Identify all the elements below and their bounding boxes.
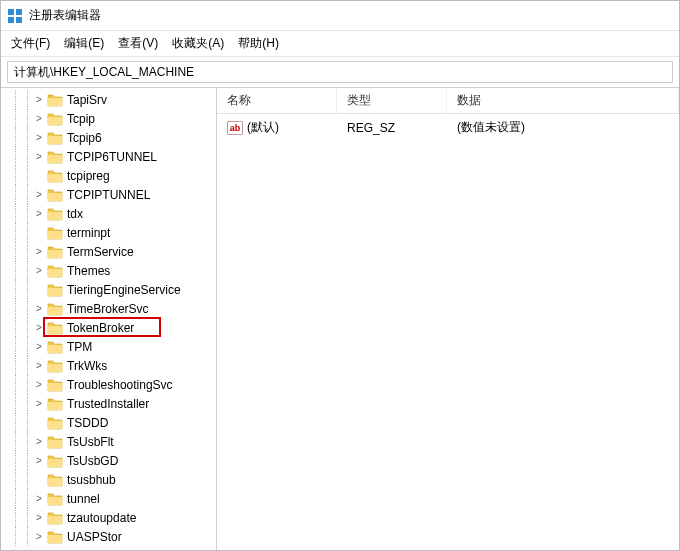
chevron-right-icon[interactable]: > xyxy=(33,132,45,143)
folder-icon xyxy=(47,359,63,373)
tree-item-label: TsUsbGD xyxy=(67,454,118,468)
column-name[interactable]: 名称 xyxy=(217,88,337,113)
column-data[interactable]: 数据 xyxy=(447,88,679,113)
folder-icon xyxy=(47,397,63,411)
folder-icon xyxy=(47,378,63,392)
menu-edit[interactable]: 编辑(E) xyxy=(64,35,104,52)
tree-item[interactable]: >TPM xyxy=(9,337,216,356)
menu-bar: 文件(F) 编辑(E) 查看(V) 收藏夹(A) 帮助(H) xyxy=(1,31,679,57)
folder-icon xyxy=(47,321,63,335)
menu-file[interactable]: 文件(F) xyxy=(11,35,50,52)
chevron-right-icon[interactable]: > xyxy=(33,265,45,276)
tree-item[interactable]: terminpt xyxy=(9,223,216,242)
tree-item[interactable]: >tunnel xyxy=(9,489,216,508)
regedit-app-icon xyxy=(7,8,23,24)
folder-icon xyxy=(47,93,63,107)
menu-help[interactable]: 帮助(H) xyxy=(238,35,279,52)
address-input[interactable] xyxy=(7,61,673,83)
chevron-right-icon[interactable]: > xyxy=(33,512,45,523)
tree-item[interactable]: >tzautoupdate xyxy=(9,508,216,527)
tree-item[interactable]: >TCPIPTUNNEL xyxy=(9,185,216,204)
value-name: (默认) xyxy=(247,119,279,136)
tree-item[interactable]: >TsUsbFlt xyxy=(9,432,216,451)
chevron-right-icon[interactable]: > xyxy=(33,151,45,162)
menu-favorites[interactable]: 收藏夹(A) xyxy=(172,35,224,52)
value-row[interactable]: ab(默认)REG_SZ(数值未设置) xyxy=(217,114,679,141)
chevron-right-icon[interactable]: > xyxy=(33,113,45,124)
tree-pane[interactable]: >TapiSrv>Tcpip>Tcpip6>TCPIP6TUNNELtcpipr… xyxy=(1,88,217,551)
tree-item-label: TieringEngineService xyxy=(67,283,181,297)
chevron-right-icon[interactable]: > xyxy=(33,360,45,371)
svg-rect-2 xyxy=(8,17,14,23)
tree-item-label: UASPStor xyxy=(67,530,122,544)
tree-item[interactable]: >TrustedInstaller xyxy=(9,394,216,413)
tree-item-label: tzautoupdate xyxy=(67,511,136,525)
column-type[interactable]: 类型 xyxy=(337,88,447,113)
tree-item-label: TSDDD xyxy=(67,416,108,430)
title-bar: 注册表编辑器 xyxy=(1,1,679,31)
tree-item-label: TCPIPTUNNEL xyxy=(67,188,150,202)
folder-icon xyxy=(47,530,63,544)
tree-item[interactable]: >Tcpip6 xyxy=(9,128,216,147)
tree-item[interactable]: >Themes xyxy=(9,261,216,280)
tree-item[interactable]: >TermService xyxy=(9,242,216,261)
chevron-right-icon[interactable]: > xyxy=(33,379,45,390)
chevron-right-icon[interactable]: > xyxy=(33,246,45,257)
window-title: 注册表编辑器 xyxy=(29,7,101,24)
tree-item[interactable]: TieringEngineService xyxy=(9,280,216,299)
string-value-icon: ab xyxy=(227,121,243,135)
tree-item-label: TapiSrv xyxy=(67,93,107,107)
tree-item-label: TsUsbFlt xyxy=(67,435,114,449)
folder-icon xyxy=(47,511,63,525)
folder-icon xyxy=(47,492,63,506)
chevron-right-icon[interactable]: > xyxy=(33,436,45,447)
tree-item-label: TrkWks xyxy=(67,359,107,373)
folder-icon xyxy=(47,283,63,297)
folder-icon xyxy=(47,454,63,468)
folder-icon xyxy=(47,340,63,354)
chevron-right-icon[interactable]: > xyxy=(33,189,45,200)
tree-item[interactable]: tsusbhub xyxy=(9,470,216,489)
menu-view[interactable]: 查看(V) xyxy=(118,35,158,52)
registry-tree: >TapiSrv>Tcpip>Tcpip6>TCPIP6TUNNELtcpipr… xyxy=(1,90,216,546)
tree-item[interactable]: tcpipreg xyxy=(9,166,216,185)
chevron-right-icon[interactable]: > xyxy=(33,303,45,314)
chevron-right-icon[interactable]: > xyxy=(33,341,45,352)
tree-item-label: tunnel xyxy=(67,492,100,506)
chevron-right-icon[interactable]: > xyxy=(33,493,45,504)
chevron-right-icon[interactable]: > xyxy=(33,531,45,542)
tree-item-label: TrustedInstaller xyxy=(67,397,149,411)
folder-icon xyxy=(47,150,63,164)
chevron-right-icon[interactable]: > xyxy=(33,322,45,333)
chevron-right-icon[interactable]: > xyxy=(33,208,45,219)
tree-item[interactable]: >UASPStor xyxy=(9,527,216,546)
chevron-right-icon[interactable]: > xyxy=(33,94,45,105)
tree-item[interactable]: >TCPIP6TUNNEL xyxy=(9,147,216,166)
tree-item-label: TPM xyxy=(67,340,92,354)
tree-item[interactable]: >Tcpip xyxy=(9,109,216,128)
tree-item-label: TokenBroker xyxy=(67,321,134,335)
workspace: >TapiSrv>Tcpip>Tcpip6>TCPIP6TUNNELtcpipr… xyxy=(1,88,679,551)
tree-item-label: TroubleshootingSvc xyxy=(67,378,173,392)
tree-item[interactable]: >TrkWks xyxy=(9,356,216,375)
tree-item-label: Themes xyxy=(67,264,110,278)
chevron-right-icon[interactable]: > xyxy=(33,455,45,466)
tree-item[interactable]: >TsUsbGD xyxy=(9,451,216,470)
folder-icon xyxy=(47,207,63,221)
tree-item-label: TermService xyxy=(67,245,134,259)
folder-icon xyxy=(47,188,63,202)
tree-item[interactable]: >TimeBrokerSvc xyxy=(9,299,216,318)
tree-item[interactable]: >TapiSrv xyxy=(9,90,216,109)
folder-icon xyxy=(47,264,63,278)
tree-item-label: TCPIP6TUNNEL xyxy=(67,150,157,164)
address-bar xyxy=(1,57,679,88)
tree-item[interactable]: TSDDD xyxy=(9,413,216,432)
folder-icon xyxy=(47,131,63,145)
folder-icon xyxy=(47,226,63,240)
tree-item[interactable]: >TroubleshootingSvc xyxy=(9,375,216,394)
values-list: ab(默认)REG_SZ(数值未设置) xyxy=(217,114,679,551)
chevron-right-icon[interactable]: > xyxy=(33,398,45,409)
folder-icon xyxy=(47,416,63,430)
tree-item[interactable]: >TokenBroker xyxy=(9,318,216,337)
tree-item[interactable]: >tdx xyxy=(9,204,216,223)
